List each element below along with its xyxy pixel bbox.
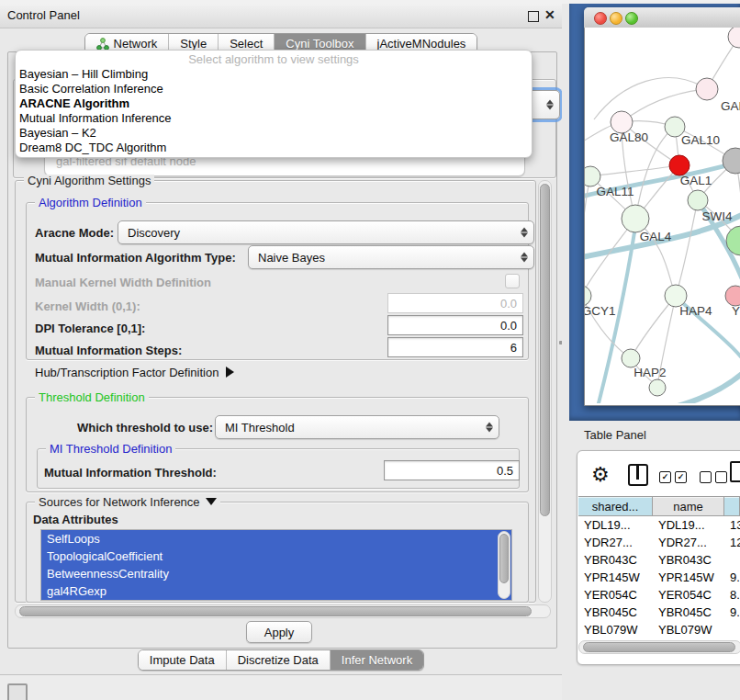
data-attributes-label: Data Attributes xyxy=(33,513,118,526)
tab-infer-network[interactable]: Infer Network xyxy=(330,650,423,670)
float-window-icon[interactable] xyxy=(528,11,539,22)
columns-icon[interactable] xyxy=(628,464,648,486)
node-swi4[interactable] xyxy=(688,190,708,210)
node-gcy1[interactable] xyxy=(585,286,591,306)
attribute-item-selfloops[interactable]: SelfLoops xyxy=(41,530,511,548)
hub-definition-toggle[interactable]: Hub/Transcription Factor Definition xyxy=(35,366,234,379)
minimize-traffic-light-icon[interactable] xyxy=(610,12,622,25)
algorithm-dropdown: Select algorithm to view settings Bayesi… xyxy=(15,50,533,158)
stepper-icon xyxy=(486,423,493,433)
node[interactable] xyxy=(649,379,666,396)
node-gal1[interactable] xyxy=(669,155,690,175)
attribute-item-topologicalcoefficient[interactable]: TopologicalCoefficient xyxy=(41,548,511,565)
table-cell: YDR27... xyxy=(653,534,724,551)
table-cell xyxy=(724,551,740,569)
tab-label: Network xyxy=(114,37,158,51)
sources-vscrollbar[interactable] xyxy=(498,531,510,599)
table-row[interactable]: YBR045CYBR045C9. xyxy=(578,604,740,621)
control-panel-titlebar[interactable] xyxy=(0,4,562,28)
stepper-icon xyxy=(546,100,554,110)
table-cell: YPR145W xyxy=(578,569,653,586)
tab-impute-data[interactable]: Impute Data xyxy=(139,650,226,670)
table-cell: YDL19... xyxy=(578,516,653,534)
node[interactable] xyxy=(728,28,740,48)
unchecked-box-icon[interactable] xyxy=(715,471,727,483)
node-label-gcy1: GCY1 xyxy=(585,304,615,318)
apply-button[interactable]: Apply xyxy=(246,621,312,643)
node-gal[interactable] xyxy=(696,78,718,100)
close-icon[interactable]: ✕ xyxy=(544,7,555,22)
dropdown-item-bayesian-k2[interactable]: Bayesian – K2 xyxy=(16,126,532,141)
data-attributes-list[interactable]: SelfLoopsTopologicalCoefficientBetweenne… xyxy=(40,529,512,601)
dropdown-item-mutual-information-inference[interactable]: Mutual Information Inference xyxy=(16,111,532,126)
settings-vscrollbar[interactable] xyxy=(538,180,552,603)
sources-toggle[interactable]: Sources for Network Inference xyxy=(35,496,220,509)
table-cell: YER054C xyxy=(578,586,653,604)
unchecked-box-icon[interactable] xyxy=(700,471,712,483)
document-icon[interactable] xyxy=(730,461,740,482)
dropdown-item-bayesian-hill-climbing[interactable]: Bayesian – Hill Climbing xyxy=(16,67,532,82)
table-row[interactable]: YDL19...YDL19...13 xyxy=(578,516,740,534)
settings-vscroll-thumb[interactable] xyxy=(540,184,550,516)
attribute-item-betweennesscentrality[interactable]: BetweennessCentrality xyxy=(41,565,511,582)
network-window-titlebar[interactable] xyxy=(584,7,740,28)
dropdown-item-basic-correlation-inference[interactable]: Basic Correlation Inference xyxy=(16,82,532,96)
dropdown-item-aracne-algorithm[interactable]: ARACNE Algorithm xyxy=(16,96,532,111)
column-header-shared[interactable]: shared... xyxy=(578,496,653,516)
network-canvas-svg: GALGAL80GAL10GAL1GAL11SWI4GAL4GCY1HAP4YH… xyxy=(585,28,740,403)
which-threshold-combo[interactable]: MI Threshold xyxy=(215,415,499,439)
mi-threshold-field[interactable]: 0.5 xyxy=(384,460,520,480)
node-y[interactable] xyxy=(725,286,740,306)
tab-label: Infer Network xyxy=(342,653,412,667)
kernel-width-field[interactable]: 0.0 xyxy=(387,293,523,313)
attribute-item-gal4rgexp[interactable]: gal4RGexp xyxy=(41,582,511,600)
table-panel-title: Table Panel xyxy=(584,428,646,442)
cyni-settings-title: Cyni Algorithm Settings xyxy=(24,175,154,187)
node-label-gal10: GAL10 xyxy=(681,133,720,147)
close-traffic-light-icon[interactable] xyxy=(594,12,607,25)
mi-steps-field[interactable]: 6 xyxy=(387,337,523,357)
node-hap2[interactable] xyxy=(622,349,640,367)
table-row[interactable]: YDR27...YDR27...12 xyxy=(578,534,740,551)
table-row[interactable]: YBR043CYBR043C xyxy=(578,551,740,569)
node-label-gal: GAL xyxy=(721,99,740,113)
aracne-mode-combo[interactable]: Discovery xyxy=(118,220,534,244)
which-threshold-label: Which threshold to use: xyxy=(77,421,213,435)
table-row[interactable]: YPR145WYPR145W9. xyxy=(578,569,740,586)
table-hscrollbar[interactable] xyxy=(578,640,740,654)
network-canvas[interactable]: GALGAL80GAL10GAL1GAL11SWI4GAL4GCY1HAP4YH… xyxy=(585,28,740,403)
mi-type-combo[interactable]: Naive Bayes xyxy=(248,245,534,269)
checked-box-icon[interactable]: ✓ xyxy=(675,471,687,483)
settings-hscrollbar[interactable] xyxy=(15,604,551,618)
node-label-hap4: HAP4 xyxy=(679,304,712,318)
mi-type-value: Naive Bayes xyxy=(258,251,325,265)
table-cell: 9. xyxy=(724,569,740,586)
mi-threshold-label: Mutual Information Threshold: xyxy=(44,466,217,480)
mi-threshold-value: 0.5 xyxy=(497,464,513,478)
column-header-name[interactable]: name xyxy=(653,496,724,516)
which-threshold-value: MI Threshold xyxy=(225,421,295,435)
tab-label: Cyni Toolbox xyxy=(286,37,353,51)
node-gal4[interactable] xyxy=(622,205,649,232)
manual-kernel-checkbox[interactable] xyxy=(505,274,520,288)
column-header-item[interactable] xyxy=(724,496,740,516)
dock-icon[interactable] xyxy=(7,683,28,700)
algorithm-definition-title: Algorithm Definition xyxy=(35,197,146,209)
gear-icon[interactable]: ⚙ xyxy=(591,463,610,487)
dpi-tolerance-field[interactable]: 0.0 xyxy=(387,315,523,335)
table-cell: YDL19... xyxy=(653,516,724,534)
checked-box-icon[interactable]: ✓ xyxy=(659,471,671,483)
table-hscroll-thumb[interactable] xyxy=(583,642,735,652)
sources-vscroll-thumb[interactable] xyxy=(499,534,509,583)
tab-discretize-data[interactable]: Discretize Data xyxy=(226,650,330,670)
node-label-gal11: GAL11 xyxy=(596,185,633,198)
zoom-traffic-light-icon[interactable] xyxy=(625,12,638,25)
table-cell: YBR045C xyxy=(578,604,653,621)
settings-hscroll-thumb[interactable] xyxy=(19,606,532,616)
node-label-gal4: GAL4 xyxy=(640,230,672,243)
dropdown-item-dream8-dc-tdc-algorithm[interactable]: Dream8 DC_TDC Algorithm xyxy=(16,141,532,155)
node-gal11[interactable] xyxy=(585,166,600,186)
table-cell: YBL079W xyxy=(653,621,724,638)
table-row[interactable]: YBL079WYBL079W xyxy=(578,621,740,638)
table-row[interactable]: YER054CYER054C8. xyxy=(578,586,740,604)
